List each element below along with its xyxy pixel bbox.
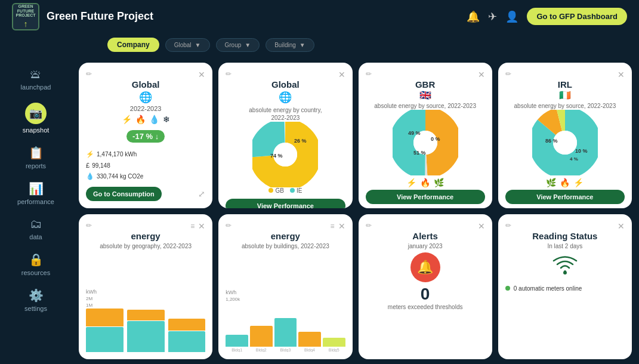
alert-description: meters exceeded thresholds	[366, 304, 485, 310]
bar-label-2: Bldg2	[250, 348, 273, 352]
sidebar-item-launchpad[interactable]: 🛎 launchpad	[9, 63, 63, 95]
wifi-svg	[550, 254, 580, 277]
bar-seg-orange	[168, 319, 206, 331]
stat-kwh: ⚡ 1,474,170 kWh	[86, 149, 205, 160]
bar-label-1: Bldg1	[226, 348, 248, 352]
card-edit-icon[interactable]: ✏	[226, 221, 231, 230]
sidebar-item-data[interactable]: 🗂 data	[9, 212, 63, 245]
go-dashboard-button[interactable]: Go to GFP Dashboard	[527, 8, 627, 25]
card-edit-icon[interactable]: ✏	[226, 70, 231, 78]
y-axis-label: kWh	[86, 289, 205, 295]
sidebar-label-launchpad: launchpad	[21, 84, 51, 91]
sidebar-item-resources[interactable]: 🔒 resources	[9, 248, 63, 281]
view-performance-button[interactable]: View Performance	[226, 199, 345, 208]
bar-label-3: Bldg3	[274, 348, 297, 352]
lightning-icon: ⚡	[573, 178, 584, 187]
card-edit-icon[interactable]: ✏	[86, 221, 92, 230]
bar-2	[250, 326, 273, 347]
view-performance-button[interactable]: View Performance	[366, 190, 485, 204]
card-irl-energy: ✏ ✕ IRL 🇮🇪 absolute energy by source, 20…	[498, 63, 632, 208]
card-reading-status: ✏ ✕ Reading Status In last 2 days 0 auto…	[498, 214, 632, 360]
card-close-icon[interactable]: ✕	[478, 221, 485, 231]
card-close-icon[interactable]: ✕	[198, 70, 205, 79]
bars-container	[226, 314, 345, 347]
go-consumption-button[interactable]: Go to Consumption	[86, 187, 162, 201]
sidebar-item-settings[interactable]: ⚙️ settings	[9, 283, 63, 317]
card-subtitle: absolute by buildings, 2022-2023	[242, 242, 329, 250]
card-close-icon[interactable]: ✕	[478, 70, 485, 79]
svg-text:86 %: 86 %	[545, 138, 558, 144]
svg-text:4 %: 4 %	[570, 156, 578, 162]
card-edit-icon[interactable]: ✏	[366, 70, 372, 78]
card-title: GBR	[415, 79, 435, 90]
card-title-row: Reading Status In last 2 days	[505, 231, 625, 250]
expand-icon[interactable]: ⤢	[198, 189, 205, 199]
card-subtitle: january 2023	[408, 242, 443, 250]
bar-seg-teal	[127, 321, 165, 352]
pie-chart: 74 % 26 %	[252, 122, 318, 187]
bar-label-5: Bldg5	[323, 348, 345, 352]
card-title-row: GBR 🇬🇧 absolute energy by source, 2022-2…	[366, 79, 485, 110]
fire-icon: 🔥	[560, 178, 570, 187]
sidebar-item-snapshot[interactable]: 📷 snapshot	[9, 98, 63, 138]
leaf-icon: 🌿	[546, 178, 556, 187]
account-icon[interactable]: 👤	[505, 10, 518, 23]
alert-bell-icon: 🔔	[410, 252, 440, 282]
lightning-icon: ⚡	[406, 178, 416, 187]
view-performance-button[interactable]: View Performance	[505, 190, 625, 204]
hamburger-icon[interactable]: ≡	[330, 222, 334, 230]
bar-seg-orange	[127, 310, 165, 320]
bar-orange	[250, 326, 273, 347]
svg-text:74 %: 74 %	[270, 153, 283, 159]
card-close-icon[interactable]: ✕	[338, 221, 345, 231]
alert-count: 0	[366, 285, 485, 304]
card-edit-icon[interactable]: ✏	[505, 70, 511, 78]
dashboard-grid: ✏ ✕ Global 🌐 2022-2023 ⚡ 🔥 💧 ❄ -17 % ↓ ⚡	[72, 57, 639, 364]
group-filter-dropdown[interactable]: Group ▼	[216, 38, 260, 52]
sidebar-item-performance[interactable]: 📊 performance	[9, 177, 63, 210]
building-filter-dropdown[interactable]: Building ▼	[266, 38, 314, 52]
bar-orange	[298, 332, 321, 347]
card-close-icon[interactable]: ✕	[198, 221, 205, 231]
card-edit-icon[interactable]: ✏	[505, 221, 511, 230]
card-close-icon[interactable]: ✕	[338, 70, 345, 79]
card-header: ✏ ✕	[505, 70, 625, 79]
card-edit-icon[interactable]: ✏	[86, 70, 92, 78]
card-title-row: Global 🌐 absolute energy by country,2022…	[226, 79, 345, 122]
card-year: 2022-2023	[130, 105, 162, 112]
card-title: energy	[131, 231, 160, 241]
card-subtitle: absolute energy by source, 2022-2023	[374, 102, 476, 110]
bar-3	[274, 318, 297, 347]
sidebar-item-reports[interactable]: 📋 reports	[9, 141, 63, 174]
bar-5	[323, 338, 345, 347]
card-edit-icon[interactable]: ✏	[366, 221, 372, 230]
card-close-icon[interactable]: ✕	[618, 221, 625, 231]
data-icon: 🗂	[30, 217, 42, 231]
card-alerts: ✏ ✕ Alerts january 2023 🔔 0 meters excee…	[359, 214, 492, 360]
card-close-icon[interactable]: ✕	[618, 70, 625, 79]
bar-chart: kWh 2M 1M	[86, 250, 205, 353]
bar-seg-teal	[168, 331, 206, 352]
bar-4	[298, 332, 321, 347]
filter-bar: Company Global ▼ Group ▼ Building ▼	[0, 33, 639, 57]
company-filter-button[interactable]: Company	[107, 38, 159, 52]
fire-icon: 🔥	[135, 115, 146, 124]
globe-icon: 🌐	[279, 91, 292, 104]
kwh-value: 1,474,170 kWh	[97, 149, 137, 159]
settings-icon: ⚙️	[29, 288, 44, 303]
svg-point-19	[563, 271, 567, 274]
send-icon[interactable]: ✈	[488, 10, 497, 23]
metric-badge: -17 % ↓	[126, 130, 165, 143]
hamburger-icon[interactable]: ≡	[190, 222, 195, 230]
svg-text:49 %: 49 %	[408, 130, 421, 136]
svg-text:0 %: 0 %	[431, 136, 440, 142]
y-axis-1m: 1M	[86, 303, 205, 308]
pie-chart-container: 86 % 10 % 4 %	[505, 110, 625, 175]
bar-3	[168, 319, 206, 352]
snowflake-icon: ❄	[163, 115, 170, 124]
bell-icon[interactable]: 🔔	[467, 10, 480, 23]
card-header: ✏ ✕	[505, 221, 625, 231]
global-filter-dropdown[interactable]: Global ▼	[165, 38, 210, 52]
card-stats: ⚡ 1,474,170 kWh £ 99,148 💧 330,744 kg CO…	[86, 149, 205, 182]
main-layout: 🛎 launchpad 📷 snapshot 📋 reports 📊 perfo…	[0, 57, 639, 364]
